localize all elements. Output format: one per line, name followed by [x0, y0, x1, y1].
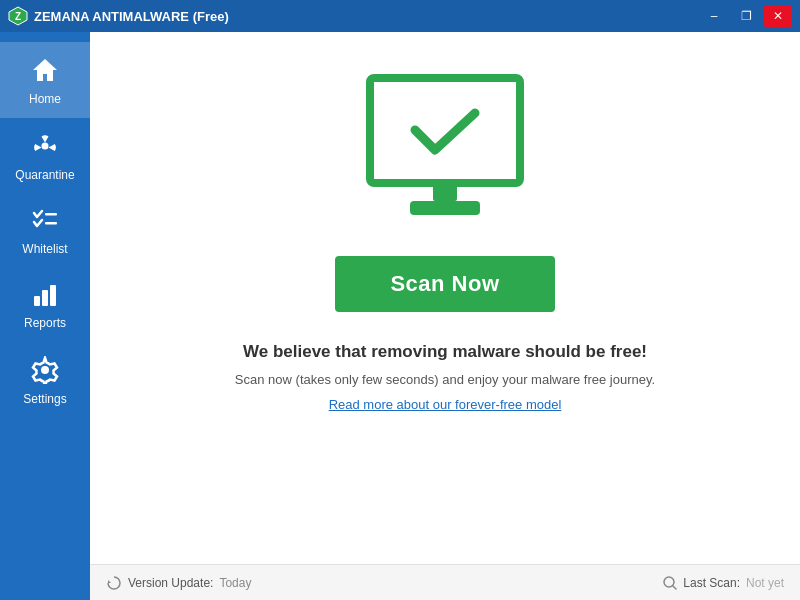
whitelist-icon	[31, 208, 59, 238]
app-name: ZEMANA ANTIMALWARE (Free)	[34, 9, 229, 24]
update-icon	[106, 575, 122, 591]
status-bar: Version Update: Today Last Scan: Not yet	[90, 564, 800, 600]
sidebar-item-quarantine-label: Quarantine	[15, 168, 74, 182]
home-icon	[31, 56, 59, 88]
reports-icon	[31, 282, 59, 312]
svg-point-9	[41, 366, 49, 374]
last-scan-section: Last Scan: Not yet	[663, 576, 784, 590]
right-panel: Scan Now We believe that removing malwar…	[90, 32, 800, 600]
svg-rect-7	[42, 290, 48, 306]
minimize-button[interactable]: –	[700, 5, 728, 27]
monitor-svg	[350, 68, 540, 228]
window-controls: – ❐ ✕	[700, 5, 792, 27]
subtext: Scan now (takes only few seconds) and en…	[235, 372, 655, 387]
monitor-graphic	[350, 68, 540, 232]
svg-line-16	[673, 585, 677, 589]
svg-rect-11	[380, 88, 510, 173]
maximize-button[interactable]: ❐	[732, 5, 760, 27]
last-scan-value: Not yet	[746, 576, 784, 590]
svg-rect-8	[50, 285, 56, 306]
version-update-label: Version Update:	[128, 576, 213, 590]
scan-now-button[interactable]: Scan Now	[335, 256, 555, 312]
last-scan-label: Last Scan:	[683, 576, 740, 590]
sidebar-item-settings-label: Settings	[23, 392, 66, 406]
tagline-text: We believe that removing malware should …	[243, 342, 647, 362]
quarantine-icon	[31, 132, 59, 164]
version-update-section: Version Update: Today	[106, 575, 251, 591]
close-button[interactable]: ✕	[764, 5, 792, 27]
svg-rect-12	[433, 183, 457, 201]
sidebar-item-whitelist[interactable]: Whitelist	[0, 194, 90, 268]
svg-rect-4	[45, 213, 57, 216]
title-bar-left: Z ZEMANA ANTIMALWARE (Free)	[8, 6, 229, 26]
app-body: Home Quarantine	[0, 32, 800, 600]
sidebar-item-reports[interactable]: Reports	[0, 268, 90, 342]
version-update-value: Today	[219, 576, 251, 590]
sidebar-item-reports-label: Reports	[24, 316, 66, 330]
svg-rect-6	[34, 296, 40, 306]
sidebar-item-home-label: Home	[29, 92, 61, 106]
svg-marker-14	[108, 580, 111, 583]
sidebar-item-whitelist-label: Whitelist	[22, 242, 67, 256]
app-logo-icon: Z	[8, 6, 28, 26]
main-content: Scan Now We believe that removing malwar…	[90, 32, 800, 564]
sidebar-item-quarantine[interactable]: Quarantine	[0, 118, 90, 194]
svg-rect-13	[410, 201, 480, 215]
settings-icon	[31, 356, 59, 388]
svg-point-3	[42, 143, 49, 150]
sidebar-item-home[interactable]: Home	[0, 42, 90, 118]
svg-marker-2	[33, 59, 57, 81]
sidebar: Home Quarantine	[0, 32, 90, 600]
last-scan-icon	[663, 576, 677, 590]
svg-rect-5	[45, 222, 57, 225]
sidebar-item-settings[interactable]: Settings	[0, 342, 90, 418]
svg-text:Z: Z	[15, 11, 21, 22]
title-bar: Z ZEMANA ANTIMALWARE (Free) – ❐ ✕	[0, 0, 800, 32]
read-more-link[interactable]: Read more about our forever-free model	[329, 397, 562, 412]
